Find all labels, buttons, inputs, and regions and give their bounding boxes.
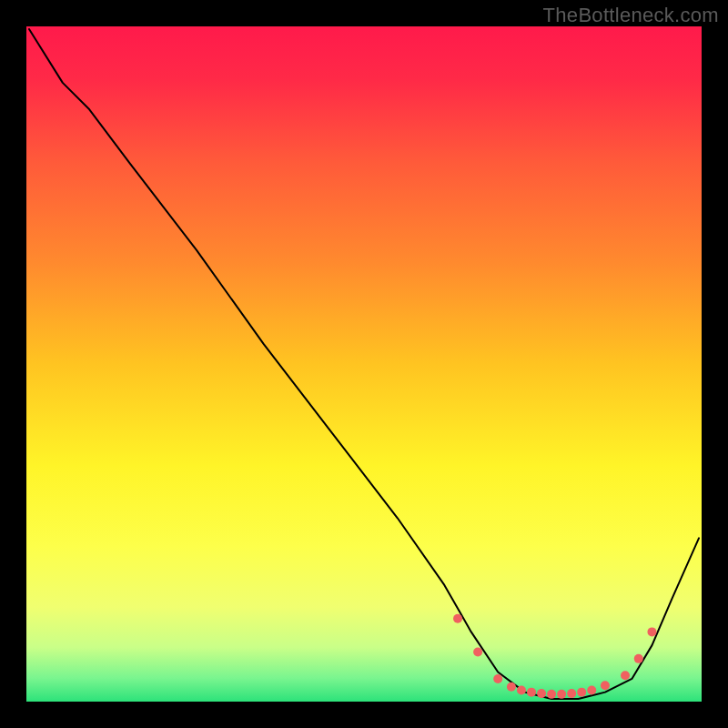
marker-dot [507, 682, 516, 692]
marker-dot [517, 685, 526, 694]
marker-dot [567, 689, 576, 698]
marker-dot [601, 681, 610, 690]
chart-frame: TheBottleneck.com [0, 0, 728, 728]
marker-dot [493, 674, 502, 683]
marker-dot [537, 689, 546, 698]
marker-dot [453, 614, 462, 623]
marker-dot [587, 685, 596, 694]
watermark-text: TheBottleneck.com [543, 4, 719, 27]
marker-dot [527, 688, 536, 697]
plot-area [26, 26, 702, 702]
marker-dot [634, 654, 643, 663]
marker-dot [547, 690, 556, 699]
chart-svg [26, 26, 702, 702]
gradient-background [26, 26, 702, 702]
marker-dot [473, 647, 482, 656]
marker-dot [577, 688, 586, 697]
marker-dot [647, 627, 656, 636]
marker-dot [621, 671, 630, 680]
marker-dot [557, 690, 566, 699]
